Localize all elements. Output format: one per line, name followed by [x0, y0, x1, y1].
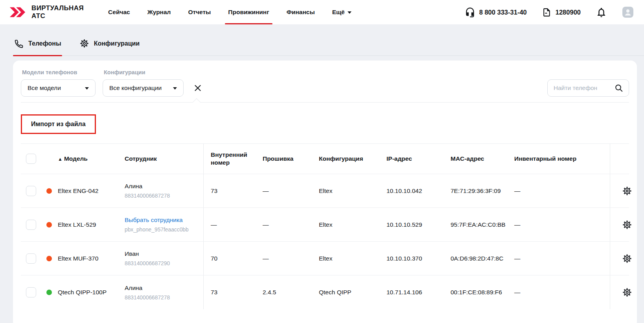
nav-item-now[interactable]: Сейчас [108, 0, 130, 24]
annotation-highlight: Импорт из файла [21, 114, 96, 134]
table-header-row: ▲Модель Сотрудник Внутренний номер Проши… [21, 143, 629, 174]
search-icon [614, 83, 624, 93]
choose-employee-link[interactable]: Выбрать сотрудника [125, 217, 183, 223]
row-checkbox[interactable] [26, 186, 36, 196]
status-dot [46, 256, 52, 261]
mac-address: 0A:D6:98:2D:47:8C [443, 255, 507, 262]
profile-button[interactable] [622, 6, 634, 18]
bell-icon [596, 7, 607, 18]
row-checkbox[interactable] [26, 220, 36, 230]
select-all-checkbox[interactable] [26, 154, 36, 164]
nav-item-reports[interactable]: Отчеты [188, 0, 211, 24]
popover-notch [193, 98, 201, 106]
status-dot [46, 222, 52, 228]
phone-icon [14, 39, 24, 48]
ip-address: 10.10.10.529 [379, 221, 443, 228]
table-row: Eltex MUF-370 Иван 883140006687290 70 — … [21, 242, 629, 275]
internal-number: — [203, 208, 256, 241]
column-header-ip: IP-адрес [379, 155, 443, 163]
firmware: — [256, 255, 312, 262]
tab-configurations[interactable]: Конфигурации [79, 39, 140, 55]
table-row: Qtech QIPP-100P Алина 883140006687278 73… [21, 275, 629, 309]
chevron-down-icon [348, 11, 351, 14]
chevron-down-icon [173, 87, 177, 90]
column-header-mac: MAC-адрес [443, 155, 507, 163]
inventory-number: — [507, 289, 610, 296]
filter-divider [21, 102, 629, 103]
row-checkbox[interactable] [26, 253, 36, 264]
configs-filter-select[interactable]: Все конфигурации [103, 79, 184, 97]
mac-address: 7E:71:29:36:3F:09 [443, 187, 507, 195]
column-header-inventory-number: Инвентарный номер [507, 155, 610, 163]
phone-model: Qtech QIPP-100P [58, 289, 125, 296]
tab-phones[interactable]: Телефоны [14, 39, 61, 55]
inventory-number: — [507, 255, 610, 262]
internal-number: 73 [203, 275, 256, 309]
phone-number-id: 883140006687278 [125, 295, 203, 301]
section-tabs: Телефоны Конфигурации [14, 24, 644, 56]
configuration: Eltex [312, 255, 379, 262]
sort-asc-icon: ▲ [58, 156, 63, 162]
nav-item-finance[interactable]: Финансы [287, 0, 315, 24]
phone-number-id: 883140006687290 [125, 261, 203, 266]
inventory-number: — [507, 187, 610, 195]
row-checkbox[interactable] [26, 287, 36, 297]
configs-filter-label: Конфигурации [103, 69, 184, 75]
brand[interactable]: ВИРТУАЛЬНАЯ АТС [9, 4, 84, 20]
phone-model: Eltex LXL-529 [58, 221, 125, 228]
mac-address: 95:7F:EA:AC:C0:BB [443, 221, 507, 228]
ip-address: 10.71.14.106 [379, 289, 443, 296]
gear-icon [79, 39, 89, 48]
brand-logo-icon [9, 4, 27, 20]
clear-filters-button[interactable] [193, 83, 202, 93]
configuration: Eltex [312, 221, 379, 228]
close-icon [193, 83, 202, 93]
phone-search[interactable] [547, 79, 629, 97]
notifications-button[interactable] [596, 7, 607, 18]
column-header-employee: Сотрудник [125, 155, 203, 163]
phone-model: Eltex ENG-042 [58, 187, 125, 195]
models-filter-select[interactable]: Все модели [21, 79, 96, 97]
headset-icon [465, 7, 475, 18]
internal-number: 73 [203, 174, 256, 207]
phone-number-id: pbx_phone_957feaacc0bb [125, 227, 203, 233]
phones-panel: Модели телефонов Конфигурации Все модели… [13, 61, 637, 323]
account-number: 1280900 [542, 7, 581, 17]
row-settings-button[interactable] [622, 186, 632, 196]
column-header-model[interactable]: ▲Модель [58, 155, 125, 163]
firmware: 2.4.5 [256, 289, 312, 296]
internal-number: 70 [203, 242, 256, 275]
row-settings-button[interactable] [622, 220, 632, 230]
avatar-icon [622, 6, 634, 18]
nav-item-more[interactable]: Ещё [332, 0, 351, 24]
main-nav: Сейчас Журнал Отчеты Провижининг Финансы… [108, 0, 351, 24]
models-filter-label: Модели телефонов [21, 69, 96, 75]
row-settings-button[interactable] [622, 287, 632, 297]
phone-model: Eltex MUF-370 [58, 255, 125, 262]
inventory-number: — [507, 221, 610, 228]
search-input[interactable] [554, 84, 614, 92]
row-settings-button[interactable] [622, 253, 632, 264]
status-dot [46, 290, 52, 295]
document-icon [542, 7, 552, 17]
phone-number-id: 883140006687278 [125, 193, 203, 199]
support-phone[interactable]: 8 800 333-31-40 [465, 7, 527, 18]
topbar: ВИРТУАЛЬНАЯ АТС Сейчас Журнал Отчеты Про… [0, 0, 644, 24]
chevron-down-icon [85, 87, 89, 90]
import-from-file-button[interactable]: Импорт из файла [22, 116, 95, 133]
configuration: Eltex [312, 187, 379, 195]
table-row: Eltex LXL-529 Выбрать сотрудника pbx_pho… [21, 208, 629, 242]
nav-item-journal[interactable]: Журнал [147, 0, 171, 24]
column-header-internal-number: Внутренний номер [203, 144, 256, 174]
employee-name: Алина [125, 183, 203, 190]
nav-item-provisioning[interactable]: Провижининг [228, 0, 269, 24]
phones-table: ▲Модель Сотрудник Внутренний номер Проши… [21, 143, 629, 309]
column-header-configuration: Конфигурация [312, 155, 379, 163]
status-dot [46, 188, 52, 194]
firmware: — [256, 187, 312, 195]
configuration: Qtech QIPP [312, 289, 379, 296]
table-row: Eltex ENG-042 Алина 883140006687278 73 —… [21, 174, 629, 208]
ip-address: 10.10.10.370 [379, 255, 443, 262]
firmware: — [256, 221, 312, 228]
mac-address: 00:1F:CE:08:89:F6 [443, 289, 507, 296]
